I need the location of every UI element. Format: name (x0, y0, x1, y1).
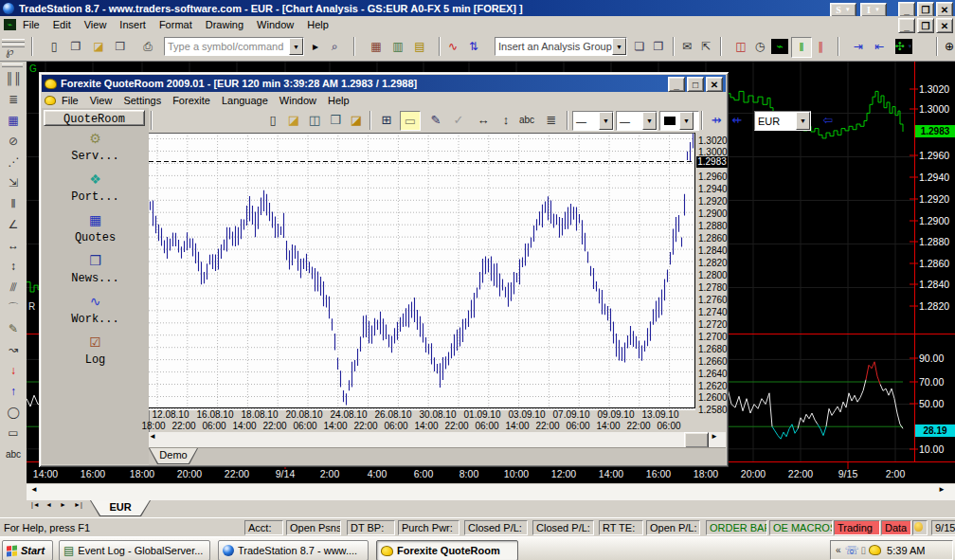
format-analysis-icon[interactable]: ❏ (630, 37, 649, 56)
tab-nav-button[interactable]: ◄ (45, 501, 60, 515)
minimize-button[interactable]: _ (898, 2, 915, 17)
grid-lines-icon[interactable]: ≣ (542, 111, 561, 129)
menu-window[interactable]: Window (250, 17, 300, 32)
menu-drawing[interactable]: Drawing (199, 17, 250, 32)
sidebar-item-quotes[interactable]: ▦Quotes (42, 210, 149, 250)
qr-scroll-right-button[interactable]: ► (711, 432, 726, 446)
curve-icon[interactable]: ↝ (3, 340, 24, 359)
forexite-menu-view[interactable]: View (84, 94, 118, 107)
combo-dropdown-button[interactable]: ▼ (612, 38, 626, 55)
run-command-icon[interactable]: ▸ (310, 37, 321, 56)
forexite-close-button[interactable]: ✕ (706, 77, 723, 92)
ellipse-icon[interactable]: ◯ (3, 403, 24, 422)
restore-button[interactable]: ❐ (917, 2, 934, 17)
expand-icon[interactable]: ⇷ (728, 111, 747, 129)
line-style-combo[interactable]: —▼ (616, 111, 658, 131)
menu-view[interactable]: View (78, 17, 114, 32)
new-icon[interactable]: ▯ (263, 111, 282, 129)
zoom-icon[interactable]: ⊕ (943, 37, 955, 56)
vertical-line-tool-icon[interactable]: ↕ (496, 111, 515, 129)
market-depth-icon[interactable]: ▥ (388, 37, 407, 56)
scroll-left-button[interactable]: ◄ (30, 485, 45, 499)
polyline-tool-icon[interactable]: ✓ (449, 111, 468, 129)
mdi-restore-button[interactable]: ❐ (917, 18, 934, 33)
arrow-down-icon[interactable]: ↓ (3, 361, 24, 380)
trading-status-button[interactable]: Trading (834, 520, 880, 535)
compress-icon[interactable]: ⇸ (707, 111, 726, 129)
open-icon[interactable]: ◪ (284, 111, 303, 129)
arc-icon[interactable]: ⌒ (3, 298, 24, 317)
forexite-maximize-button[interactable]: □ (687, 77, 704, 92)
mdi-minimize-button[interactable]: _ (898, 18, 915, 33)
back-icon[interactable]: ⇦ (819, 111, 838, 129)
forexite-menu-file[interactable]: File (56, 94, 84, 107)
quoteroom-hscrollbar[interactable]: ◄► (149, 432, 726, 447)
format-window-icon[interactable]: ❐ (649, 37, 668, 56)
line-color-combo[interactable]: ▼ (659, 111, 699, 131)
forexite-menu-settings[interactable]: Settings (117, 94, 167, 107)
symbol-combo[interactable]: EUR▼ (754, 111, 811, 131)
session-clock-icon[interactable]: ◷ (750, 37, 769, 56)
tray-expand-icon[interactable]: « (836, 545, 841, 555)
fan-lines-icon[interactable]: ⋰ (3, 153, 24, 172)
label-tool-icon[interactable]: ▭ (400, 111, 421, 131)
combo-dropdown-button[interactable]: ▼ (599, 112, 613, 130)
mdi-close-button[interactable]: ✕ (936, 18, 953, 33)
text-tool-icon[interactable]: abc (517, 111, 536, 129)
menu-file[interactable]: File (16, 17, 46, 32)
speed-lines-icon[interactable]: ⫴ (3, 194, 24, 213)
order-bar-button[interactable]: ORDER BAR (706, 520, 767, 535)
menu-edit[interactable]: Edit (46, 17, 78, 32)
combo-dropdown-button[interactable]: ▼ (679, 112, 694, 130)
tile-windows-icon[interactable]: ⊞ (377, 111, 396, 129)
horizontal-lines-icon[interactable]: ≣ (3, 90, 24, 109)
print-icon[interactable]: ⎙ (138, 37, 157, 56)
menu-format[interactable]: Format (153, 17, 199, 32)
combo-dropdown-button[interactable]: ▼ (289, 38, 303, 55)
text-tool-icon[interactable]: abc (3, 444, 24, 463)
toolbar-grip[interactable] (2, 39, 25, 43)
tab-nav-button[interactable]: |◄ (31, 501, 45, 515)
export-icon[interactable]: ◪ (347, 111, 366, 129)
save-all-icon[interactable]: ❒ (111, 37, 130, 56)
close-button[interactable]: ✕ (936, 2, 953, 17)
forexite-minimize-button[interactable]: _ (668, 77, 685, 92)
chart-hscrollbar[interactable]: ◄► (27, 483, 955, 501)
sort-icon[interactable]: ⇅ (464, 37, 483, 56)
alert-bell-button[interactable] (912, 520, 928, 535)
pencil-tool-icon[interactable]: ✎ (426, 111, 445, 129)
percent-retrace-icon[interactable]: ⊘ (3, 132, 24, 151)
parallel-lines-icon[interactable]: ⫻ (3, 278, 24, 297)
combo-dropdown-button[interactable]: ▼ (642, 112, 657, 130)
sidebar-item-news[interactable]: ❒News... (42, 251, 149, 291)
open-icon[interactable]: ◪ (89, 37, 108, 56)
sheet-tab-active[interactable]: EUR (90, 500, 151, 516)
save-icon[interactable]: ◫ (305, 111, 324, 129)
arrow-up-icon[interactable]: ↑ (3, 382, 24, 401)
menu-help[interactable]: Help (300, 17, 335, 32)
report-icon[interactable]: ▤ (410, 37, 429, 56)
sidebar-item-services[interactable]: ⚙Serv... (42, 129, 149, 169)
vertical-arrow-icon[interactable]: ↕ (3, 257, 24, 276)
qr-scroll-thumb[interactable] (684, 432, 709, 448)
trend-arrow-icon[interactable]: ⇲ (3, 173, 24, 192)
tab-nav-button[interactable]: ►| (74, 501, 88, 515)
forexite-menu-window[interactable]: Window (274, 94, 322, 107)
analysis-group-combo[interactable]: Insert an Analysis Group▼ (495, 37, 627, 56)
calendar-icon[interactable]: ◫ (731, 37, 750, 56)
symbol-command-input[interactable]: Type a symbol/command▼ (164, 37, 304, 56)
start-button[interactable]: Start (2, 540, 53, 560)
horizontal-arrow-icon[interactable]: ↔ (3, 236, 24, 255)
forexite-menu-forexite[interactable]: Forexite (167, 94, 216, 107)
horizontal-line-tool-icon[interactable]: ↔ (474, 111, 493, 129)
dark-chart-icon[interactable]: ⌁ (771, 39, 788, 54)
bar-chart-icon[interactable]: ‖ (791, 37, 812, 58)
page-setup-icon[interactable]: ⇱ (696, 37, 715, 56)
vertical-lines-icon[interactable]: ║║ (3, 69, 24, 88)
oe-macros-button[interactable]: OE MACROS (769, 520, 833, 535)
new-window-icon[interactable]: ❐ (66, 37, 85, 56)
drawing-toolbar-grip[interactable] (2, 63, 23, 67)
sidebar-item-log[interactable]: ☑Log (42, 333, 149, 372)
compress-bars-icon[interactable]: ⇥ (849, 37, 868, 56)
quick-quote-icon[interactable]: ▦ (367, 37, 386, 56)
